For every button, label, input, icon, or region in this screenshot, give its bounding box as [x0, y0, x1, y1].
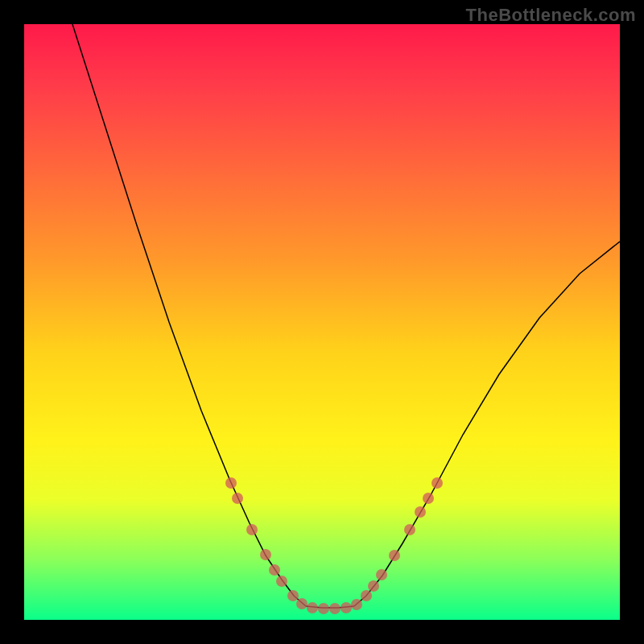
data-point-markers	[225, 477, 443, 614]
data-point	[269, 564, 280, 576]
data-point	[225, 477, 237, 489]
data-point	[431, 477, 443, 489]
data-point	[376, 569, 387, 580]
data-point	[368, 580, 379, 592]
data-point	[389, 550, 400, 561]
data-point	[246, 524, 258, 535]
data-point	[287, 590, 299, 601]
data-point	[329, 603, 341, 614]
curve-left-branch	[72, 24, 306, 606]
data-point	[341, 602, 352, 613]
data-point	[276, 576, 287, 587]
data-point	[260, 549, 271, 560]
chart-svg	[24, 24, 620, 620]
data-point	[404, 524, 415, 535]
data-point	[415, 506, 426, 518]
data-point	[351, 599, 362, 610]
data-point	[318, 603, 329, 614]
data-point	[423, 493, 434, 504]
watermark-text: TheBottleneck.com	[466, 5, 636, 26]
chart-plot-area	[24, 24, 620, 620]
data-point	[307, 602, 318, 613]
data-point	[232, 493, 243, 504]
data-point	[296, 598, 308, 609]
data-point	[361, 590, 372, 601]
